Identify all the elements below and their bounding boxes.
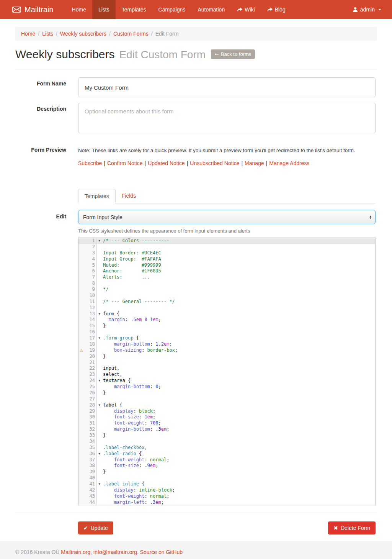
fold-icon[interactable]: ▾ (97, 481, 102, 487)
code-line[interactable]: 17▾.form-group { (78, 335, 375, 341)
code-line[interactable]: ⚠19 box-sizing: border-box; (78, 348, 375, 354)
code-line[interactable]: 29 display: block; (78, 408, 375, 415)
code-line[interactable]: 42 display: inline-block; (78, 487, 375, 493)
nav-item-lists[interactable]: Lists (92, 0, 116, 19)
fold-icon[interactable]: ▾ (97, 451, 102, 457)
preview-link-unsubscribed-notice[interactable]: Unsubscribed Notice (190, 160, 239, 166)
preview-link-subscribe[interactable]: Subscribe (78, 160, 102, 166)
code-line[interactable]: 36▾.label-radio { (78, 451, 375, 457)
code-line[interactable]: 3Input Border: #DCE4EC (78, 250, 375, 256)
warning-icon: ⚠ (78, 348, 84, 354)
nav-item-blog[interactable]: Blog (261, 0, 292, 19)
code-line[interactable]: 30 font-size: 1em; (78, 414, 375, 420)
gutter-marker (78, 414, 84, 420)
code-line[interactable]: 28▾label { (78, 402, 375, 408)
gutter-marker (78, 354, 84, 360)
code-line[interactable]: 40 (78, 475, 375, 481)
code-editor[interactable]: 1▾/* --- Colors ----------23Input Border… (78, 238, 376, 505)
preview-link-manage[interactable]: Manage (245, 160, 264, 166)
tab-templates[interactable]: Templates (78, 189, 116, 203)
code-line[interactable]: 34 (78, 439, 375, 445)
code-line[interactable]: 25 margin-bottom: 0; (78, 384, 375, 390)
fold-gutter (97, 293, 102, 299)
fold-icon[interactable]: ▾ (97, 378, 102, 384)
template-select[interactable]: Form Input Style ▴▾ (78, 210, 376, 224)
update-button[interactable]: ✔ Update (78, 521, 113, 534)
code-line[interactable]: 35.label-checkbox, (78, 445, 375, 451)
code-line[interactable]: 39} (78, 469, 375, 475)
crumb-home[interactable]: Home (21, 31, 35, 37)
code-line[interactable]: 32 margin-bottom: .3em; (78, 426, 375, 433)
code-line[interactable]: 24▾textarea { (78, 378, 375, 384)
code-line[interactable]: 37 font-weight: normal; (78, 457, 375, 463)
gutter-marker (78, 390, 84, 396)
nav-item-templates[interactable]: Templates (116, 0, 152, 19)
fold-icon[interactable]: ▾ (97, 402, 102, 408)
code-line[interactable]: 15} (78, 323, 375, 329)
preview-link-manage-address[interactable]: Manage Address (269, 160, 309, 166)
code-text (102, 439, 375, 445)
code-line[interactable]: 18 margin-bottom: 1.2em; (78, 341, 375, 348)
code-line[interactable]: 26} (78, 390, 375, 396)
crumb-weekly-subscribers[interactable]: Weekly subscribers (60, 31, 106, 37)
delete-form-button[interactable]: ✖ Delete Form (328, 521, 376, 534)
nav-item-campaigns[interactable]: Campaigns (152, 0, 192, 19)
code-line[interactable]: 38 font-size: .9em; (78, 463, 375, 469)
fold-gutter (97, 493, 102, 500)
preview-link-confirm-notice[interactable]: Confirm Notice (107, 160, 143, 166)
form-name-input[interactable] (78, 77, 376, 97)
code-text (102, 475, 375, 481)
line-number: 30 (84, 414, 96, 420)
footer-link-github[interactable]: Source on GitHub (140, 549, 183, 555)
description-textarea[interactable] (78, 103, 376, 133)
code-line[interactable]: 9*/ (78, 287, 375, 293)
code-line[interactable]: 7Alerts: ... (78, 274, 375, 280)
code-line[interactable]: 2 (78, 244, 375, 250)
select-stepper-icon: ▴▾ (369, 215, 371, 219)
code-line[interactable]: 12 (78, 305, 375, 311)
code-line[interactable]: 22input, (78, 366, 375, 372)
fold-icon[interactable]: ▾ (97, 311, 102, 317)
nav-item-automation[interactable]: Automation (191, 0, 231, 19)
code-line[interactable]: 11/* --- General -------- */ (78, 299, 375, 305)
code-line[interactable]: 10 (78, 293, 375, 299)
code-line[interactable]: 20} (78, 354, 375, 360)
code-text: margin-bottom: .3em; (102, 426, 375, 433)
gutter-marker (78, 323, 84, 329)
code-line[interactable]: 21 (78, 360, 375, 366)
nav-item-wiki[interactable]: Wiki (231, 0, 261, 19)
code-line[interactable]: 23select, (78, 372, 375, 378)
footer-link-email[interactable]: info@mailtrain.org (93, 549, 137, 555)
footer-link-mailtrain[interactable]: Mailtrain.org (61, 549, 90, 555)
code-line[interactable]: 16 (78, 329, 375, 335)
code-line[interactable]: 41▾.label-inline { (78, 481, 375, 487)
brand-logo[interactable]: Mailtrain (11, 0, 59, 19)
code-line[interactable]: 44 margin-left: .3em; (78, 500, 375, 505)
code-text: /* --- General -------- */ (102, 299, 375, 305)
user-menu[interactable]: admin (353, 7, 381, 13)
description-label: Description (15, 103, 66, 134)
crumb-custom-forms[interactable]: Custom Forms (113, 31, 149, 37)
code-line[interactable]: 33} (78, 433, 375, 439)
code-line[interactable]: 8 (78, 280, 375, 287)
line-number: 29 (84, 408, 96, 415)
code-line[interactable]: 43 font-weight: normal; (78, 493, 375, 500)
code-text: } (102, 469, 375, 475)
nav-item-home[interactable]: Home (66, 0, 92, 19)
code-line[interactable]: 6Anchor: #1F68D5 (78, 268, 375, 274)
back-to-forms-button[interactable]: ← Back to forms (211, 49, 255, 59)
crumb-lists[interactable]: Lists (42, 31, 53, 37)
code-line[interactable]: 5Muted: #999999 (78, 262, 375, 269)
page-header: Weekly subscribers Edit Custom Form ← Ba… (15, 48, 377, 61)
code-line[interactable]: 1▾/* --- Colors ---------- (78, 238, 375, 244)
preview-link-updated-notice[interactable]: Updated Notice (148, 160, 185, 166)
code-line[interactable]: 31 font-weight: 700; (78, 420, 375, 426)
code-line[interactable]: 4Input Group: #FAFAFA (78, 256, 375, 262)
tab-fields[interactable]: Fields (116, 189, 142, 203)
code-line[interactable]: 27 (78, 396, 375, 402)
code-line[interactable]: 14 margin: .5em 0 1em; (78, 317, 375, 323)
code-line[interactable]: 13▾form { (78, 311, 375, 317)
fold-icon[interactable]: ▾ (97, 335, 102, 341)
fold-icon[interactable]: ▾ (97, 238, 102, 244)
line-number: 43 (84, 493, 96, 500)
